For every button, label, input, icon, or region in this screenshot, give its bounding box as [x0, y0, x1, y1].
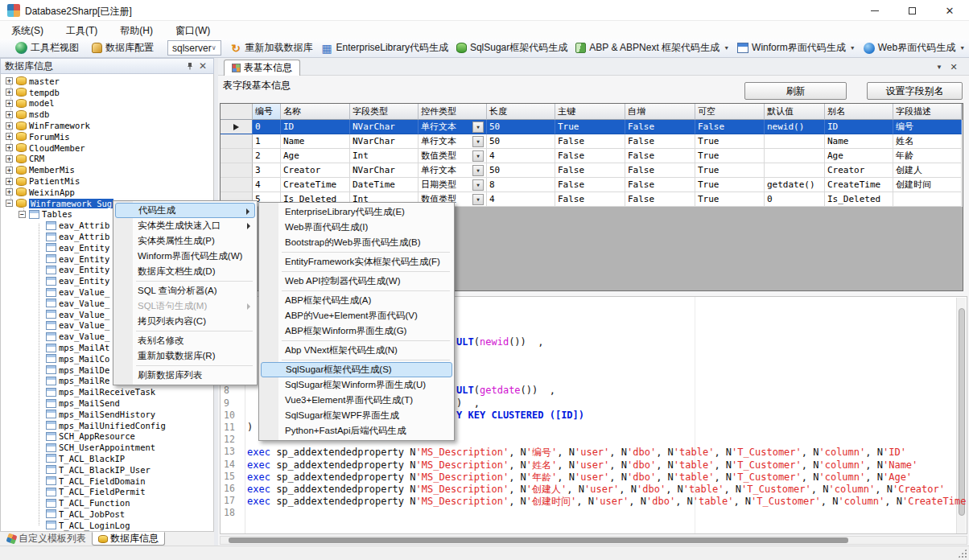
submenu-item[interactable]: Web API控制器代码生成(W): [261, 274, 452, 289]
tree-expander-icon[interactable]: +: [6, 77, 13, 84]
tree-node-table[interactable]: mps_MailUnifiedConfig: [1, 420, 213, 431]
toolbar-button-toolbar-view[interactable]: 工具栏视图: [11, 39, 83, 56]
submenu-item[interactable]: ABP的Vue+Element界面代码(V): [261, 308, 452, 323]
tree-node-database[interactable]: +master: [1, 76, 213, 87]
control-type-dropdown-button[interactable]: ▼: [472, 179, 484, 191]
toolbar-button-abp[interactable]: ABP & ABPNext 框架代码生成▼: [571, 39, 733, 56]
submenu-item[interactable]: ABP框架Winform界面生成(G): [261, 323, 452, 339]
grid-cell[interactable]: Age: [825, 149, 893, 163]
control-type-dropdown-button[interactable]: ▼: [472, 136, 484, 147]
scrollbar-thumb[interactable]: [229, 537, 848, 543]
tree-node-table[interactable]: SCH_AppResource: [1, 431, 213, 443]
scrollbar-thumb[interactable]: [959, 308, 965, 516]
grid-cell[interactable]: 数值类型▼: [419, 149, 487, 163]
row-indicator[interactable]: [221, 134, 253, 149]
context-menu-item[interactable]: 刷新数据库列表: [115, 368, 255, 383]
tree-expander-icon[interactable]: +: [6, 111, 13, 118]
tree-node-database[interactable]: +WinFramework: [1, 120, 213, 131]
submenu-item[interactable]: ABP框架代码生成(A): [261, 293, 452, 308]
grid-cell[interactable]: [765, 163, 825, 178]
tree-node-database[interactable]: +MemberMis: [1, 164, 213, 175]
tree-node-table[interactable]: mps_MailSendHistory: [1, 409, 213, 420]
grid-cell[interactable]: 单行文本▼: [419, 134, 487, 149]
db-type-combobox[interactable]: sqlserver∨: [167, 40, 221, 56]
menubar-item[interactable]: 窗口(W): [164, 21, 221, 39]
tree-node-database[interactable]: +PatientMis: [1, 175, 213, 187]
grid-cell[interactable]: CreateTime: [281, 178, 350, 192]
grid-cell[interactable]: 50: [487, 134, 555, 149]
context-menu-item[interactable]: 重新加载数据库(R): [115, 348, 255, 364]
tree-node-table[interactable]: mps_MailReceiveTask: [1, 386, 213, 397]
grid-cell[interactable]: False: [625, 163, 695, 178]
tree-node-table[interactable]: T_ACL_FieldDomain: [1, 476, 213, 487]
tree-node-table[interactable]: SCH_UserAppointment: [1, 442, 213, 453]
tab-database-info[interactable]: 数据库信息: [92, 532, 165, 546]
grid-header-cell[interactable]: 主键: [555, 104, 625, 120]
tree-expander-icon[interactable]: +: [6, 155, 13, 163]
grid-cell[interactable]: Int: [350, 149, 419, 163]
tab-close-icon[interactable]: ✕: [948, 61, 959, 72]
grid-row[interactable]: 1NameNVarChar单行文本▼50FalseFalseTrueName姓名: [221, 134, 963, 149]
grid-cell[interactable]: False: [625, 120, 695, 134]
grid-cell[interactable]: False: [625, 134, 695, 149]
grid-cell[interactable]: 4: [487, 149, 555, 163]
set-field-alias-button[interactable]: 设置字段别名: [867, 82, 963, 100]
submenu-item[interactable]: Vue3+Element界面代码生成(T): [261, 393, 452, 408]
tree-node-table[interactable]: T_ACL_LoginLog: [1, 520, 213, 531]
grid-cell[interactable]: 年龄: [893, 149, 962, 163]
submenu-item[interactable]: EntityFramework实体框架代码生成(F): [261, 254, 452, 270]
tree-node-database[interactable]: +model: [1, 98, 213, 109]
grid-cell[interactable]: Is_Deleted: [825, 192, 893, 207]
toolbar-button-db-config[interactable]: 数据库配置: [88, 39, 158, 56]
tree-expander-icon[interactable]: +: [6, 122, 13, 130]
grid-cell[interactable]: True: [695, 134, 765, 149]
submenu-item[interactable]: SqlSugar框架Winform界面生成(U): [261, 377, 452, 393]
grid-row[interactable]: 2AgeInt数值类型▼4FalseFalseTrueAge年龄: [221, 149, 963, 163]
grid-cell[interactable]: Age: [281, 149, 350, 163]
grid-cell[interactable]: [765, 134, 825, 149]
dropdown-arrow-icon[interactable]: ▼: [959, 45, 965, 51]
tree-node-table[interactable]: T_ACL_FieldPermit: [1, 486, 213, 497]
grid-cell[interactable]: NVarChar: [350, 120, 419, 134]
tab-list-chevron-icon[interactable]: ▼: [934, 61, 945, 72]
grid-cell[interactable]: ID: [281, 120, 350, 134]
grid-cell[interactable]: 0: [253, 120, 281, 134]
grid-cell[interactable]: NVarChar: [350, 134, 419, 149]
grid-cell[interactable]: True: [695, 149, 765, 163]
tree-node-table[interactable]: T_ACL_Function: [1, 497, 213, 509]
grid-cell[interactable]: True: [555, 120, 625, 134]
refresh-button[interactable]: 刷新: [744, 82, 847, 100]
control-type-dropdown-button[interactable]: ▼: [472, 121, 484, 133]
grid-cell[interactable]: 50: [487, 163, 555, 178]
tree-expander-icon[interactable]: +: [6, 100, 13, 107]
toolbar-button-winform[interactable]: Winform界面代码生成▼: [733, 39, 860, 56]
tree-node-database[interactable]: +WeixinApp: [1, 187, 213, 198]
grid-cell[interactable]: 2: [253, 149, 281, 163]
tree-expander-icon[interactable]: +: [6, 167, 13, 174]
grid-cell[interactable]: newid(): [765, 120, 825, 134]
grid-cell[interactable]: 单行文本▼: [419, 120, 487, 134]
tree-node-table[interactable]: T_ACL_JobPost: [1, 509, 213, 520]
toolbar-button-web[interactable]: Web界面代码生成▼: [860, 39, 969, 56]
tab-table-basic-info[interactable]: 表基本信息: [224, 60, 300, 76]
grid-row[interactable]: 3CreatorNVarChar单行文本▼50FalseFalseTrueCre…: [221, 163, 963, 178]
grid-cell[interactable]: False: [625, 149, 695, 163]
grid-cell[interactable]: 3: [253, 163, 281, 178]
tree-node-table[interactable]: mps_MailSend: [1, 397, 213, 409]
grid-cell[interactable]: False: [695, 120, 765, 134]
context-menu-item[interactable]: 代码生成: [115, 203, 255, 218]
tree-expander-icon[interactable]: −: [19, 211, 26, 218]
row-indicator[interactable]: [221, 149, 253, 163]
sql-horizontal-scrollbar[interactable]: [220, 536, 967, 545]
grid-header-cell[interactable]: 自增: [625, 104, 695, 120]
grid-cell[interactable]: 姓名: [893, 134, 962, 149]
tree-expander-icon[interactable]: +: [6, 89, 13, 96]
submenu-item[interactable]: SqlSugar框架代码生成(S): [261, 362, 452, 377]
context-menu-item[interactable]: 拷贝列表内容(C): [115, 314, 255, 329]
grid-cell[interactable]: 4: [487, 192, 555, 207]
grid-cell[interactable]: False: [625, 192, 695, 207]
panel-close-icon[interactable]: ✕: [196, 60, 209, 72]
context-menu-item[interactable]: SQL 查询分析器(A): [115, 283, 255, 299]
grid-cell[interactable]: DateTime: [350, 178, 419, 192]
grid-cell[interactable]: 创建人: [893, 163, 962, 178]
